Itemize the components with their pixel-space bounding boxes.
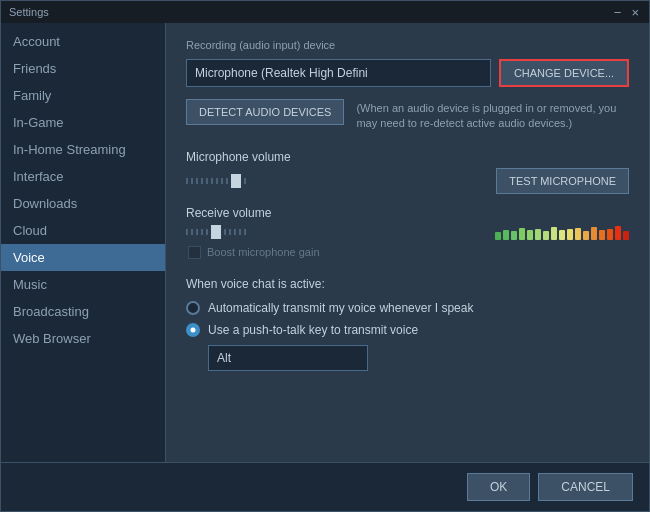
- footer: OK CANCEL: [1, 462, 649, 511]
- content-area: Recording (audio input) device CHANGE DE…: [166, 23, 649, 462]
- tick: [239, 229, 241, 235]
- vbar: [551, 227, 557, 240]
- vbar: [615, 226, 621, 240]
- tick: [216, 178, 218, 184]
- tick: [234, 229, 236, 235]
- detect-hint: (When an audio device is plugged in or r…: [356, 99, 629, 132]
- vbar: [519, 228, 525, 240]
- vbar: [583, 231, 589, 240]
- slider-thumb[interactable]: [211, 225, 221, 239]
- receive-volume-section: Receive volume: [186, 206, 629, 259]
- titlebar: Settings − ×: [1, 1, 649, 23]
- sidebar-item-broadcasting[interactable]: Broadcasting: [1, 298, 165, 325]
- microphone-volume-label: Microphone volume: [186, 150, 629, 164]
- microphone-slider[interactable]: [186, 174, 484, 188]
- microphone-volume-section: Microphone volume: [186, 150, 629, 194]
- when-voice-label: When voice chat is active:: [186, 277, 629, 291]
- vbar: [599, 230, 605, 240]
- sidebar-item-web-browser[interactable]: Web Browser: [1, 325, 165, 352]
- boost-label: Boost microphone gain: [207, 246, 320, 258]
- slider-thumb[interactable]: [231, 174, 241, 188]
- receive-slider[interactable]: [186, 225, 483, 239]
- sidebar-item-account[interactable]: Account: [1, 28, 165, 55]
- tick: [211, 178, 213, 184]
- main-content: Account Friends Family In-Game In-Home S…: [1, 23, 649, 462]
- detect-row: DETECT AUDIO DEVICES (When an audio devi…: [186, 99, 629, 132]
- vbar: [495, 232, 501, 240]
- radio-auto-label: Automatically transmit my voice whenever…: [208, 301, 473, 315]
- radio-ptt-row[interactable]: Use a push-to-talk key to transmit voice: [186, 323, 629, 337]
- tick: [221, 178, 223, 184]
- vbar: [543, 231, 549, 240]
- tick: [201, 229, 203, 235]
- settings-window: Settings − × Account Friends Family In-G…: [0, 0, 650, 512]
- tick: [226, 178, 228, 184]
- cancel-button[interactable]: CANCEL: [538, 473, 633, 501]
- tick: [196, 178, 198, 184]
- radio-ptt[interactable]: [186, 323, 200, 337]
- device-input[interactable]: [186, 59, 491, 87]
- tick: [229, 229, 231, 235]
- titlebar-controls: − ×: [612, 6, 641, 19]
- sidebar-item-cloud[interactable]: Cloud: [1, 217, 165, 244]
- boost-row: Boost microphone gain: [186, 246, 629, 259]
- tick: [206, 178, 208, 184]
- vbar: [559, 230, 565, 240]
- sidebar-item-downloads[interactable]: Downloads: [1, 190, 165, 217]
- tick: [244, 229, 246, 235]
- vbar: [535, 229, 541, 240]
- tick: [244, 178, 246, 184]
- vbar: [623, 231, 629, 240]
- sidebar-item-in-game[interactable]: In-Game: [1, 109, 165, 136]
- change-device-button[interactable]: CHANGE DEVICE...: [499, 59, 629, 87]
- vbar: [607, 229, 613, 240]
- ok-button[interactable]: OK: [467, 473, 530, 501]
- receive-volume-row: [186, 224, 629, 240]
- voice-chat-section: When voice chat is active: Automatically…: [186, 277, 629, 371]
- sidebar-item-friends[interactable]: Friends: [1, 55, 165, 82]
- sidebar-item-music[interactable]: Music: [1, 271, 165, 298]
- radio-ptt-label: Use a push-to-talk key to transmit voice: [208, 323, 418, 337]
- tick: [196, 229, 198, 235]
- tick: [191, 178, 193, 184]
- vbar: [511, 231, 517, 240]
- vbar: [527, 230, 533, 240]
- tick: [186, 178, 188, 184]
- ptt-key-input[interactable]: [208, 345, 368, 371]
- tick: [206, 229, 208, 235]
- tick: [201, 178, 203, 184]
- detect-audio-button[interactable]: DETECT AUDIO DEVICES: [186, 99, 344, 125]
- device-row: CHANGE DEVICE...: [186, 59, 629, 87]
- minimize-button[interactable]: −: [612, 6, 624, 19]
- radio-auto-row[interactable]: Automatically transmit my voice whenever…: [186, 301, 629, 315]
- sidebar: Account Friends Family In-Game In-Home S…: [1, 23, 166, 462]
- boost-checkbox[interactable]: [188, 246, 201, 259]
- tick: [191, 229, 193, 235]
- sidebar-item-voice[interactable]: Voice: [1, 244, 165, 271]
- close-button[interactable]: ×: [629, 6, 641, 19]
- vbar: [567, 229, 573, 240]
- tick: [224, 229, 226, 235]
- recording-section-label: Recording (audio input) device: [186, 39, 629, 51]
- receive-volume-label: Receive volume: [186, 206, 629, 220]
- tick: [186, 229, 188, 235]
- sidebar-item-family[interactable]: Family: [1, 82, 165, 109]
- radio-auto[interactable]: [186, 301, 200, 315]
- sidebar-item-interface[interactable]: Interface: [1, 163, 165, 190]
- receive-volume-bars: [495, 224, 629, 240]
- test-microphone-button[interactable]: TEST MICROPHONE: [496, 168, 629, 194]
- window-title: Settings: [9, 6, 49, 18]
- vbar: [575, 228, 581, 240]
- microphone-volume-row: TEST MICROPHONE: [186, 168, 629, 194]
- vbar: [591, 227, 597, 240]
- sidebar-item-in-home-streaming[interactable]: In-Home Streaming: [1, 136, 165, 163]
- vbar: [503, 230, 509, 240]
